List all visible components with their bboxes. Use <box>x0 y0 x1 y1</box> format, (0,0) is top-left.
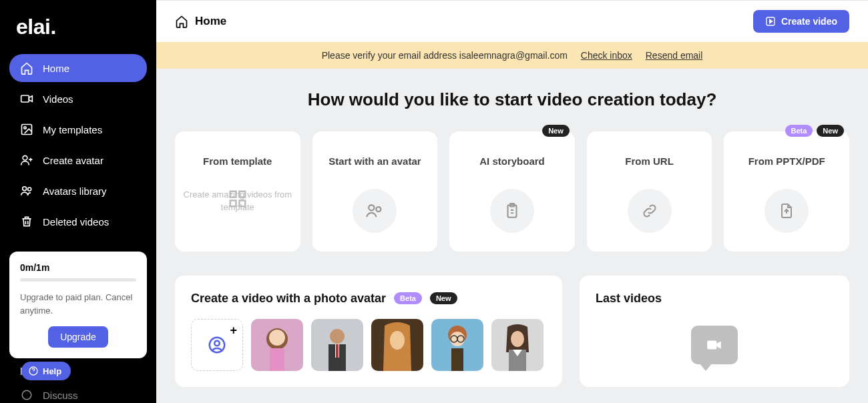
svg-point-24 <box>330 329 345 344</box>
svg-point-5 <box>28 187 31 191</box>
help-label: Help <box>43 366 61 376</box>
new-badge: New <box>430 292 457 304</box>
nav-deleted-videos[interactable]: Deleted videos <box>9 208 147 236</box>
person-plus-icon <box>20 153 33 167</box>
headline: How would you like to start video creati… <box>175 89 849 111</box>
chat-icon <box>20 388 33 402</box>
home-icon <box>20 61 33 75</box>
svg-point-2 <box>24 127 26 129</box>
svg-rect-12 <box>239 200 245 206</box>
video-icon <box>20 92 33 105</box>
svg-point-13 <box>369 205 375 210</box>
nav-label: Home <box>43 63 69 74</box>
main: Home Create video Please verify your ema… <box>156 0 868 403</box>
svg-rect-39 <box>707 340 716 349</box>
verify-email-banner: Please verify your email address isaleem… <box>156 42 868 69</box>
svg-point-4 <box>23 187 27 191</box>
play-add-icon <box>765 16 776 27</box>
banner-text: Please verify your email address isaleem… <box>322 50 568 61</box>
card-icon-circle <box>765 189 809 233</box>
page-title: Home <box>195 15 226 28</box>
help-icon <box>28 366 39 376</box>
check-inbox-link[interactable]: Check inbox <box>581 50 632 61</box>
avatar-thumb-4[interactable] <box>431 319 483 371</box>
avatar-thumb-3[interactable] <box>371 319 423 371</box>
svg-point-37 <box>511 331 524 347</box>
resend-email-link[interactable]: Resend email <box>646 50 703 61</box>
card-title: From template <box>203 147 272 175</box>
panel-title: Create a video with a photo avatar <box>191 292 386 306</box>
beta-badge: Beta <box>785 125 813 137</box>
card-ai-storyboard[interactable]: New AI storyboard <box>449 131 575 252</box>
card-from-pptx-pdf[interactable]: Beta New From PPTX/PDF <box>724 131 849 252</box>
video-chat-icon <box>691 326 738 364</box>
avatar-thumb-5[interactable] <box>491 319 544 371</box>
card-from-template[interactable]: From template Create amazing videos from… <box>175 131 300 252</box>
nav-label: Videos <box>43 93 73 105</box>
svg-rect-35 <box>451 348 463 371</box>
create-video-label: Create video <box>781 16 837 27</box>
card-title: Start with an avatar <box>329 147 421 175</box>
content: How would you like to start video creati… <box>156 69 868 403</box>
panel-title: Last videos <box>596 292 833 306</box>
beta-badge: Beta <box>394 292 422 304</box>
nav-label: Discuss <box>43 390 78 401</box>
svg-rect-11 <box>230 200 236 206</box>
card-icon-circle <box>490 189 534 233</box>
photo-avatar-panel: Create a video with a photo avatar Beta … <box>175 276 562 387</box>
usage-meter: 0m/1m <box>20 262 136 273</box>
help-button[interactable]: Help <box>21 362 71 380</box>
last-videos-panel: Last videos <box>580 276 849 387</box>
file-upload-icon <box>779 202 795 220</box>
topbar: Home Create video <box>156 1 868 42</box>
avatar-thumb-2[interactable] <box>311 319 363 371</box>
create-video-button[interactable]: Create video <box>753 10 849 33</box>
avatar-thumb-1[interactable] <box>251 319 303 371</box>
grid-icon <box>228 189 248 209</box>
card-icon-circle <box>353 189 397 233</box>
svg-rect-27 <box>336 344 339 358</box>
nav-label: Avatars library <box>43 185 107 197</box>
primary-nav: Home Videos My templates Create avatar A… <box>9 54 147 236</box>
svg-point-18 <box>214 341 220 346</box>
svg-rect-0 <box>21 95 29 102</box>
nav-templates[interactable]: My templates <box>9 115 147 143</box>
svg-rect-9 <box>230 191 236 197</box>
trash-icon <box>20 215 33 228</box>
svg-point-21 <box>269 330 285 346</box>
usage-bar <box>20 278 136 282</box>
card-title: AI storyboard <box>479 147 545 175</box>
usage-text: Upgrade to paid plan. Cancel anytime. <box>20 291 136 317</box>
svg-rect-10 <box>239 191 245 197</box>
card-start-avatar[interactable]: Start with an avatar <box>312 131 438 252</box>
nav-home[interactable]: Home <box>9 54 147 82</box>
sidebar: elai. Home Videos My templates Create av… <box>0 0 156 403</box>
new-badge: New <box>817 125 844 137</box>
nav-avatars-library[interactable]: Avatars library <box>9 177 147 205</box>
avatar-list: + <box>191 319 546 371</box>
card-from-url[interactable]: From URL <box>587 131 712 252</box>
camera-icon <box>706 338 723 352</box>
nav-label: Deleted videos <box>43 216 109 228</box>
nav-label: Create avatar <box>43 155 103 166</box>
lower-panels: Create a video with a photo avatar Beta … <box>175 276 849 387</box>
panel-header: Create a video with a photo avatar Beta … <box>191 292 546 306</box>
nav-discuss[interactable]: Discuss <box>20 383 147 403</box>
upgrade-button[interactable]: Upgrade <box>48 326 108 348</box>
image-icon <box>20 123 33 136</box>
usage-card: 0m/1m Upgrade to paid plan. Cancel anyti… <box>9 252 147 358</box>
brand-logo: elai. <box>16 15 140 39</box>
card-title: From PPTX/PDF <box>748 147 825 175</box>
svg-point-29 <box>390 331 405 350</box>
card-title: From URL <box>625 147 674 175</box>
svg-point-3 <box>23 155 27 160</box>
clipboard-icon <box>503 202 521 220</box>
nav-create-avatar[interactable]: Create avatar <box>9 146 147 174</box>
nav-videos[interactable]: Videos <box>9 85 147 113</box>
start-cards: From template Create amazing videos from… <box>175 131 849 252</box>
card-icon-circle <box>628 189 672 233</box>
svg-point-14 <box>377 207 381 212</box>
person-circle-icon <box>207 335 227 355</box>
avatar-add-button[interactable]: + <box>191 319 243 371</box>
people-icon <box>20 184 33 197</box>
